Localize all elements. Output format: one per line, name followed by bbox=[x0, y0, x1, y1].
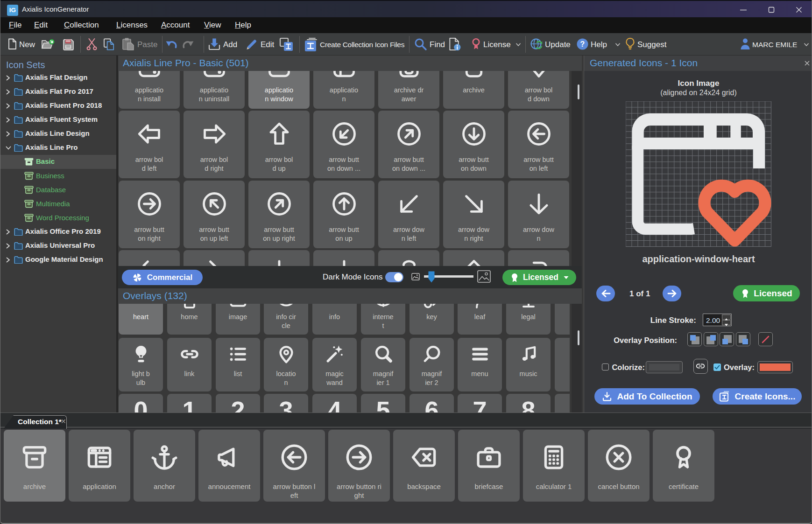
svg-text:?: ? bbox=[580, 40, 585, 48]
